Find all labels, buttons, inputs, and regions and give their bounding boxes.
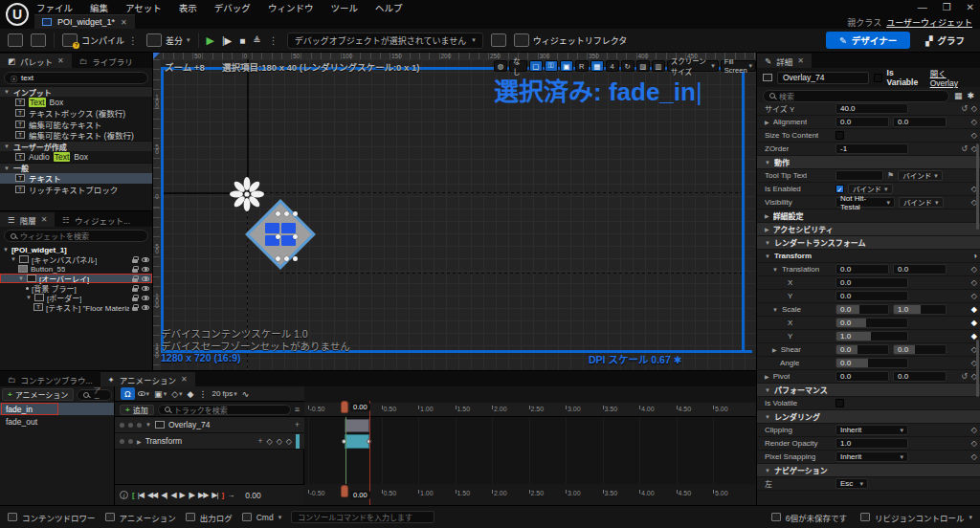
- triangle-right-icon[interactable]: ▶: [772, 346, 777, 353]
- bind-dropdown[interactable]: バインド ▾: [898, 170, 943, 181]
- overlay-clip-bar[interactable]: [345, 419, 369, 432]
- playhead-marker-top[interactable]: [341, 401, 348, 413]
- info-icon[interactable]: i: [120, 491, 128, 499]
- menu-item-1[interactable]: 編集: [90, 1, 108, 14]
- value-input[interactable]: 0.0: [893, 117, 947, 127]
- value-input[interactable]: 1.0: [893, 304, 947, 315]
- clear-icon[interactable]: ⓧ: [11, 74, 17, 83]
- selection-handle[interactable]: [293, 234, 298, 239]
- animation-item-fade_in[interactable]: fade_in: [0, 403, 114, 415]
- triangle-down-icon[interactable]: ▼: [26, 295, 32, 300]
- palette-section-1[interactable]: ▼ユーザーが作成: [0, 141, 152, 151]
- hierarchy-row-6[interactable]: T[テキスト] "Floor Material": [0, 302, 152, 312]
- palette-section-0[interactable]: ▼インプット: [0, 86, 152, 97]
- revision-control-button[interactable]: リビジョンコントロール▾: [860, 512, 972, 523]
- to-end-button[interactable]: ▶|: [212, 491, 217, 499]
- console-command-input[interactable]: コンソールコマンドを入力します: [291, 511, 434, 523]
- eject-button[interactable]: ≜: [253, 35, 260, 46]
- hierarchy-search-input[interactable]: ウィジェットを検索: [4, 230, 148, 242]
- hierarchy-row-1[interactable]: ▼[キャンバスパネル]: [0, 254, 152, 264]
- solo-icon[interactable]: [137, 423, 142, 428]
- add-key-diamond-icon[interactable]: ◇: [277, 437, 282, 446]
- value-input[interactable]: 0.0: [835, 344, 889, 355]
- palette-section-2[interactable]: ▼一般: [0, 163, 152, 173]
- palette-item-0-2[interactable]: T編集可能なテキスト: [0, 119, 152, 130]
- keyframe-diamond-icon[interactable]: ◇: [971, 278, 977, 287]
- display-filter-icon[interactable]: ▦: [954, 91, 963, 100]
- collapsed-arrow-icon[interactable]: ▶: [137, 438, 142, 445]
- background-image-icon[interactable]: ▨: [636, 60, 650, 72]
- track-search-input[interactable]: トラックを検索: [158, 405, 291, 415]
- tab-close-icon[interactable]: ✕: [121, 18, 127, 27]
- value-input[interactable]: 0.0: [835, 318, 908, 328]
- next-key-button[interactable]: ▶▶: [198, 491, 208, 499]
- tab-library[interactable]: 🗀 ライブラリ: [72, 54, 141, 68]
- lock-icon[interactable]: [132, 259, 138, 263]
- bind-dropdown[interactable]: バインド ▾: [899, 197, 944, 208]
- bind-dropdown[interactable]: バインド ▾: [848, 184, 893, 194]
- keyframe-diamond-icon[interactable]: ◇: [971, 131, 977, 140]
- details-search-input[interactable]: 検索: [763, 90, 949, 102]
- keyframe-diamond-icon[interactable]: ◆: [971, 305, 977, 314]
- dpi-scale[interactable]: DPI スケール 0.67 ✱: [589, 352, 682, 366]
- frame-skip-button[interactable]: |▶: [222, 35, 232, 46]
- eye-icon[interactable]: [142, 305, 149, 310]
- designer-canvas[interactable]: 50050100150200250300350400450 1005005010…: [153, 53, 756, 370]
- camera-icon[interactable]: ▣▾: [154, 389, 167, 399]
- triangle-down-icon[interactable]: ▼: [3, 247, 9, 253]
- set-in-bracket-button[interactable]: [: [132, 491, 134, 499]
- hierarchy-row-5[interactable]: ▼[ボーダー]: [0, 293, 152, 302]
- triangle-right-icon[interactable]: ▶: [765, 119, 769, 125]
- view-options-icon[interactable]: ▾: [138, 390, 150, 398]
- gear-icon[interactable]: ✱: [674, 354, 682, 365]
- play-forward-button[interactable]: ▶: [180, 491, 185, 499]
- hierarchy-row-4[interactable]: [背景 ブラー]: [0, 283, 152, 293]
- details-category-23[interactable]: ▼レンダリング: [757, 410, 980, 424]
- timeline[interactable]: -0.500.501.001.502.002.503.003.504.004.5…: [304, 386, 756, 505]
- tab-hierarchy[interactable]: ☰ 階層✕: [0, 212, 55, 227]
- triangle-right-icon[interactable]: ▶: [765, 373, 769, 380]
- menu-item-5[interactable]: ウィンドウ: [268, 1, 314, 14]
- expand-arrow-icon[interactable]: ▼: [145, 422, 151, 428]
- value-input[interactable]: 1.0: [835, 331, 908, 341]
- eye-icon[interactable]: [142, 286, 149, 291]
- lock-icon[interactable]: [132, 288, 138, 292]
- value-input[interactable]: 0.0: [893, 371, 947, 382]
- dropdown[interactable]: Not Hit-Testal▾: [835, 197, 895, 208]
- compile-button[interactable]: ? コンパイル⋮: [62, 33, 139, 47]
- value-input[interactable]: 0.0: [835, 358, 908, 368]
- keyframe-options-icon[interactable]: ◇▾: [171, 389, 182, 399]
- minimize-button[interactable]: —: [918, 2, 927, 12]
- tab-widgets[interactable]: ☷ ウィジェット...: [55, 212, 138, 227]
- flag-icon[interactable]: ⚑: [887, 171, 894, 180]
- menu-item-2[interactable]: アセット: [125, 1, 162, 14]
- prev-key-icon[interactable]: ◇: [267, 437, 273, 446]
- prev-key-button[interactable]: ◀◀: [147, 491, 157, 499]
- lock-icon[interactable]: [132, 297, 138, 301]
- triangle-down-icon[interactable]: ▼: [772, 267, 778, 273]
- eye-icon[interactable]: [142, 267, 149, 272]
- checkbox[interactable]: [835, 131, 844, 140]
- reset-to-default-icon[interactable]: ↺: [961, 144, 968, 153]
- hierarchy-row-0[interactable]: ▼[POI_widget_1]: [0, 245, 152, 254]
- playhead-marker-bottom[interactable]: [341, 485, 348, 497]
- triangle-down-icon[interactable]: ▼: [765, 240, 770, 246]
- keyframe-diamond-icon[interactable]: ◑: [972, 252, 977, 260]
- mute-icon[interactable]: [128, 439, 133, 444]
- play-options-icon[interactable]: ⋮: [269, 35, 279, 46]
- triangle-down-icon[interactable]: ▼: [18, 275, 24, 281]
- track-row-overlay[interactable]: ▼ Overlay_74 +: [115, 417, 304, 433]
- triangle-down-icon[interactable]: ▼: [765, 253, 770, 259]
- open-overlay-link[interactable]: 開く Overlay: [930, 67, 974, 88]
- selection-handle[interactable]: [284, 211, 289, 216]
- add-animation-button[interactable]: +アニメーション: [2, 388, 74, 401]
- value-input[interactable]: 0.0: [835, 291, 908, 301]
- to-front-button[interactable]: |◀: [138, 491, 144, 499]
- selection-handle[interactable]: [276, 234, 280, 239]
- menu-item-4[interactable]: デバッグ: [214, 1, 251, 14]
- selection-handle[interactable]: [284, 256, 289, 261]
- lock-icon[interactable]: [132, 307, 138, 311]
- hierarchy-row-2[interactable]: Button_55: [0, 264, 152, 274]
- browse-icon[interactable]: [31, 33, 46, 47]
- content-drawer-button[interactable]: コンテンツドロワー: [8, 512, 96, 523]
